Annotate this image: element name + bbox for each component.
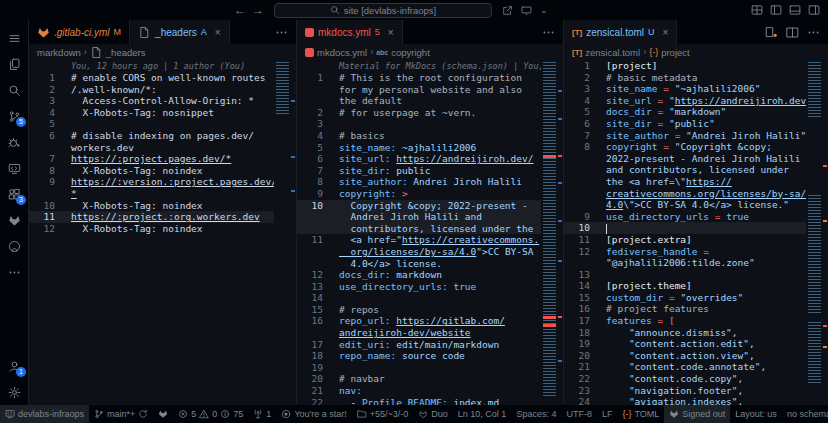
- code-line[interactable]: the default: [297, 95, 541, 107]
- editor[interactable]: Material for MkDocs (schema.json) | You,…: [297, 60, 563, 405]
- status-branch-status[interactable]: main*+: [89, 405, 153, 423]
- activitybar-github[interactable]: [0, 233, 28, 259]
- code-line[interactable]: 3 Access-Control-Allow-Origin: *: [29, 95, 274, 107]
- code-line[interactable]: 20 "content.action.view",: [564, 350, 806, 362]
- tab-_headers[interactable]: _headers A ×: [130, 20, 230, 44]
- code-line[interactable]: 13use_directory_urls: true: [297, 281, 541, 293]
- code-line[interactable]: *: [29, 188, 274, 200]
- tab-zensical.toml[interactable]: [T] zensical.toml U ×: [564, 20, 677, 44]
- code-line[interactable]: 17edit_uri: edit/main/markdown: [297, 339, 541, 351]
- more-icon[interactable]: [275, 26, 288, 39]
- code-line[interactable]: 16# project features: [564, 303, 806, 315]
- status-gitlab-pipeline[interactable]: [153, 405, 173, 423]
- more-icon[interactable]: [542, 26, 555, 39]
- overview-ruler[interactable]: [822, 60, 828, 405]
- breadcrumb-item[interactable]: {-}project: [649, 47, 690, 58]
- code-line[interactable]: 10 Copyright &copy; 2022-present -: [297, 200, 541, 212]
- more-icon[interactable]: [807, 26, 820, 39]
- code-line[interactable]: andreijiroh-dev/website: [297, 327, 541, 339]
- code-line[interactable]: "@ajhalili2006:tilde.zone": [564, 257, 806, 269]
- code-line[interactable]: 23 "navigation.footer",: [564, 385, 806, 397]
- code-line[interactable]: 22 - Profile README: index.md: [297, 397, 541, 405]
- close-icon[interactable]: ×: [388, 27, 394, 38]
- activitybar-extensions[interactable]: 3: [0, 181, 28, 207]
- code-line[interactable]: 14[project.theme]: [564, 280, 806, 292]
- breadcrumb-item[interactable]: markdown: [37, 47, 81, 58]
- activitybar-gitlab-workflow[interactable]: [0, 207, 28, 233]
- nav-forward-button[interactable]: →: [252, 3, 264, 17]
- code-line[interactable]: creativecommons.org/licenses/by-sa/: [564, 188, 806, 200]
- status-gitlab-duo[interactable]: Duo: [413, 405, 453, 423]
- breadcrumb-item[interactable]: mkdocs.yml: [305, 47, 367, 58]
- code-line[interactable]: 2022-present - Andrei Jiroh Halili: [564, 153, 806, 165]
- editor[interactable]: You, 12 hours ago | 1 author (You)1# ena…: [29, 60, 296, 405]
- code-line[interactable]: 5: [29, 118, 274, 130]
- code-line[interactable]: 19 "content.action.edit",: [564, 338, 806, 350]
- editor[interactable]: 1[project]2# basic metadata3site_name = …: [564, 60, 828, 405]
- activitybar-remote-explorer[interactable]: [0, 155, 28, 181]
- activitybar-explorer[interactable]: [0, 51, 28, 77]
- code-line[interactable]: 3site_name = "~ajhalili2006": [564, 83, 806, 95]
- code-line[interactable]: 4# basics: [297, 130, 541, 142]
- status-language-mode[interactable]: {-}TOML: [617, 405, 664, 423]
- status-keyboard-layout[interactable]: Layout: us: [730, 405, 782, 423]
- code-line[interactable]: 21nav:: [297, 385, 541, 397]
- panel-bottom-icon[interactable]: [789, 4, 801, 16]
- activitybar-settings[interactable]: [0, 379, 28, 405]
- activitybar-run-debug[interactable]: [0, 129, 28, 155]
- code-line[interactable]: 18repo_name: source code: [297, 350, 541, 362]
- overview-ruler[interactable]: [557, 60, 563, 405]
- panel-right-icon[interactable]: [808, 4, 820, 16]
- breadcrumb[interactable]: mkdocs.yml›abccopyright: [297, 44, 563, 60]
- code-line[interactable]: 6site_dir = "public": [564, 118, 806, 130]
- status-problems[interactable]: 5075: [173, 405, 248, 423]
- code-line[interactable]: 9https://:version.:project.pages.dev/: [29, 176, 274, 188]
- code-line[interactable]: workers.dev: [29, 142, 274, 154]
- code-line[interactable]: 1[project]: [564, 60, 806, 72]
- breadcrumb[interactable]: markdown›_headers: [29, 44, 296, 60]
- status-schema[interactable]: no schema selected: [782, 405, 828, 423]
- breadcrumb-item[interactable]: abccopyright: [376, 47, 430, 58]
- activitybar-source-control[interactable]: 5: [0, 103, 28, 129]
- activitybar-search[interactable]: [0, 77, 28, 103]
- code-line[interactable]: 16repo_url: https://gitlab.com/: [297, 315, 541, 327]
- chevron-down-icon[interactable]: ⌄: [540, 5, 548, 15]
- tab-mkdocs.yml[interactable]: mkdocs.yml 5 ×: [297, 20, 403, 44]
- code-line[interactable]: 7site_dir: public: [297, 165, 541, 177]
- code-line[interactable]: for my personal website and also: [297, 84, 541, 96]
- external-link-icon[interactable]: [502, 5, 513, 16]
- code-line[interactable]: 10 X-Robots-Tag: noindex: [29, 200, 274, 212]
- breadcrumb-item[interactable]: [T]zensical.toml: [572, 47, 640, 58]
- status-eol[interactable]: LF: [597, 405, 618, 423]
- status-cursor-position[interactable]: Ln 10, Col 1: [453, 405, 512, 423]
- status-working-tree-changes[interactable]: +55/~3/-0: [352, 405, 414, 423]
- code-line[interactable]: 24 "avigation.indexes",: [564, 396, 806, 405]
- code-line[interactable]: 1# enable CORS on well-known routes: [29, 72, 274, 84]
- split-icon[interactable]: [786, 26, 799, 39]
- code-line[interactable]: 18 "announce.dismiss",: [564, 327, 806, 339]
- code-line[interactable]: 4site_url = "https://andreijiroh.dev": [564, 95, 806, 107]
- code-line[interactable]: 8site_author: Andrei Jiroh Halili: [297, 176, 541, 188]
- code-line[interactable]: 2/.well-known/*:: [29, 84, 274, 96]
- code-line[interactable]: 3: [297, 118, 541, 130]
- overview-ruler[interactable]: [290, 60, 296, 405]
- minimap[interactable]: [808, 60, 822, 405]
- code-line[interactable]: 5site_name: ~ajhalili2006: [297, 142, 541, 154]
- activitybar-accounts[interactable]: 1: [0, 353, 28, 379]
- code-line[interactable]: 21 "content.code.annotate",: [564, 361, 806, 373]
- code-line[interactable]: 22 "content.code.copy",: [564, 373, 806, 385]
- code-line[interactable]: contributors, licensed under the: [297, 223, 541, 235]
- code-line[interactable]: 15# repos: [297, 304, 541, 316]
- code-line[interactable]: 8copyright = "Copyright &copy;: [564, 141, 806, 153]
- code-line[interactable]: 12fediverse_handle =: [564, 246, 806, 258]
- code-line[interactable]: the <a href=\"https://: [564, 176, 806, 188]
- open-changes-icon[interactable]: [765, 26, 778, 39]
- code-line[interactable]: 20# navbar: [297, 373, 541, 385]
- code-line[interactable]: 11[project.extra]: [564, 234, 806, 246]
- layout-grid-icon[interactable]: [751, 4, 763, 16]
- close-icon[interactable]: ×: [215, 27, 221, 38]
- code-line[interactable]: 6# disable indexing on pages.dev/: [29, 130, 274, 142]
- minimap[interactable]: [276, 60, 290, 405]
- code-line[interactable]: 12 X-Robots-Tag: noindex: [29, 223, 274, 235]
- code-line[interactable]: 4.0\">CC BY-SA 4.0</a> license.": [564, 199, 806, 211]
